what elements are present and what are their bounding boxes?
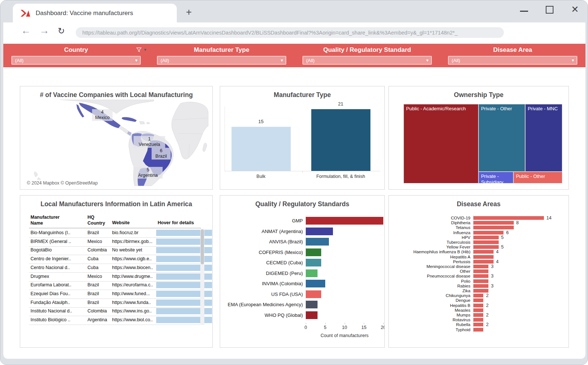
bar-yellow-fever[interactable] <box>473 245 499 249</box>
table-row[interactable]: Centro Nacional d..Cubahttps://www.bioce… <box>29 264 201 273</box>
bar-label-zika: Zika <box>389 289 470 293</box>
bar-label-polio: Polio <box>389 279 470 283</box>
bar-label-anmat-argentina-: ANMAT (Argentina) <box>220 228 303 235</box>
disease-area-dropdown[interactable]: (All) ▾ <box>448 56 577 65</box>
bar-anmat-argentina-[interactable] <box>306 228 333 235</box>
bar-Bulk[interactable] <box>232 127 291 171</box>
bar-rotavirus[interactable] <box>473 318 483 322</box>
browser-tab[interactable]: Dashboard: Vaccine manufacturers <box>13 4 177 22</box>
treemap-block-private-mnc[interactable]: Private - MNC <box>525 104 562 172</box>
bar-who-pq-global-[interactable] <box>306 311 318 319</box>
latin-america-map[interactable]: 4Mexico1Venezuela6Brazil5Argentina <box>24 100 208 186</box>
treemap-block-private-subsidiary[interactable]: Private - Subsidiary <box>478 172 513 183</box>
bar-invima-colombia-[interactable] <box>306 280 325 287</box>
table-scrollbar-thumb[interactable] <box>201 229 204 264</box>
bar-typhoid[interactable] <box>473 328 483 332</box>
treemap-block-public-academic-research[interactable]: Public - Academic/Research <box>404 104 478 183</box>
table-row[interactable]: Bio-Manguinhos (I..Brazilbio.fiocruz.br <box>29 229 201 238</box>
table-cell: Cuba <box>87 265 110 270</box>
forward-icon[interactable]: → <box>39 25 49 36</box>
bar-pneumococcal-disease[interactable] <box>473 274 488 278</box>
bar-diphtheria[interactable] <box>473 221 514 225</box>
bar-pertussis[interactable] <box>473 260 494 264</box>
bar-label-tuberculosis: Tuberculosis <box>389 240 470 244</box>
bar-hepatitis-b[interactable] <box>473 304 483 307</box>
x-axis-tick-label: 20 <box>379 325 385 330</box>
bar-meningococcal-disease[interactable] <box>473 265 488 268</box>
bar-label-haemophilus-influenza-b-hib-: Haemophilus influenza B (Hib) <box>389 250 470 254</box>
bar-gmp[interactable] <box>306 217 383 225</box>
caret-down-icon[interactable]: ▾ <box>144 47 146 52</box>
table-cell: bio.fiocruz.br <box>112 230 155 235</box>
table-row[interactable]: DrugmexMexicohttp://www.drugme.. <box>29 272 201 282</box>
bar-Formulation, fill, & finish[interactable] <box>311 109 370 171</box>
panel-manufacturer-type: Manufacturer Type 15Bulk21Formulation, f… <box>220 86 385 190</box>
minimize-icon[interactable] <box>520 11 528 12</box>
bar-polio[interactable] <box>473 279 488 283</box>
bar-hpv[interactable] <box>473 236 499 239</box>
bar-value-label: 3 <box>491 283 494 289</box>
table-row[interactable]: Instituto Nacional d..Colombiahttps://ww… <box>29 307 201 316</box>
bar-zika[interactable] <box>473 289 488 293</box>
bar-digemed-peru-[interactable] <box>306 269 318 277</box>
table-row[interactable]: Ezequiel Dias Fou..Brazilhttp://www.fune… <box>29 290 201 299</box>
bar-anvisa-brazil-[interactable] <box>306 238 329 246</box>
table-row[interactable]: Eurofarma Laborat..Brazilhttps://eurofar… <box>29 281 201 290</box>
map-value-Mexico: 4 <box>101 110 104 115</box>
bar-ema-european-medicines-agency-[interactable] <box>306 301 318 308</box>
x-axis-tick-label: 15 <box>359 325 368 330</box>
table-cell: Colombia <box>87 247 110 253</box>
address-bar[interactable]: https://tableau.path.org/t/Diagnostics/v… <box>76 27 504 38</box>
filter-disease-area: Disease Area (All) ▾ <box>440 44 585 67</box>
table-cell: Instituto Nacional d.. <box>31 308 86 314</box>
quality-standard-dropdown[interactable]: (All) ▾ <box>302 56 432 65</box>
disease-areas-title: Disease Areas <box>389 200 569 208</box>
bar-tuberculosis[interactable] <box>473 240 499 244</box>
reload-icon[interactable]: ↻ <box>58 26 65 36</box>
bar-cecmed-cuba-[interactable] <box>306 259 321 266</box>
dropdown-caret-icon: ▾ <box>135 57 137 64</box>
filter-label: Disease Area <box>440 46 585 54</box>
bar-other[interactable] <box>473 269 488 273</box>
bar-us-fda-usa-[interactable] <box>306 290 321 298</box>
table-title: Local Manufacturers Information in Latin… <box>20 200 212 208</box>
bar-covid-[interactable] <box>473 216 544 220</box>
bar-cofepris-mexico-[interactable] <box>306 248 321 256</box>
manufacturer-type-dropdown[interactable]: (All) ▾ <box>157 56 286 65</box>
table-row[interactable]: BIRMEX (General ..Mexicohttps://birmex.g… <box>29 237 201 247</box>
bar-tetanus[interactable] <box>473 226 514 229</box>
table-cell: Bio-Manguinhos (I.. <box>31 230 86 235</box>
country-dropdown[interactable]: (All) ▾ <box>11 56 141 65</box>
filter-quality-standard: Quality / Regulatory Standard (All) ▾ <box>294 44 440 67</box>
table-scrollbar[interactable] <box>200 229 204 325</box>
back-icon[interactable]: ← <box>21 25 31 36</box>
bar-mumps[interactable] <box>473 313 483 317</box>
treemap-label: Private - Other <box>481 106 512 111</box>
treemap-label: Public - Other <box>516 173 545 179</box>
table-row[interactable]: Centro de Ingenier..Cubahttps://www.cigb… <box>29 255 201 264</box>
filter-label: Manufacturer Type <box>149 46 294 54</box>
column-header-hq-country: HQ Country <box>87 215 110 226</box>
funnel-icon[interactable] <box>136 47 141 52</box>
table-row[interactable]: Fundação Ataulph..Brazilhttps://www.fund… <box>29 298 201 308</box>
treemap-block-public-other[interactable]: Public - Other <box>513 172 562 183</box>
treemap-block-private-other[interactable]: Private - Other <box>478 104 525 172</box>
bar-value-label: 5 <box>501 235 504 240</box>
table-cell: https://www.biol.co.. <box>112 317 155 322</box>
table-row[interactable]: Instituto Biológico ..Argentinahttps://w… <box>29 316 201 325</box>
table-row[interactable]: BogotáBioColombiaNo website yet <box>29 246 201 255</box>
bar-rubella[interactable] <box>473 323 483 326</box>
close-icon[interactable]: ✕ <box>571 6 579 13</box>
bar-measles[interactable] <box>473 308 483 312</box>
bar-rabies[interactable] <box>473 284 488 288</box>
x-axis-tick-label: 0 <box>301 325 310 330</box>
bar-chikungunya[interactable] <box>473 294 483 297</box>
bar-value-label: 6 <box>506 230 509 235</box>
bar-dengue[interactable] <box>473 298 483 302</box>
map-value-Venezuela: 1 <box>148 136 151 142</box>
new-tab-button[interactable]: + <box>183 7 194 18</box>
bar-hepatitis-a[interactable] <box>473 255 494 259</box>
bar-influenza[interactable] <box>473 231 503 235</box>
maximize-icon[interactable] <box>546 6 553 14</box>
bar-haemophilus-influenza-b-hib-[interactable] <box>473 250 494 254</box>
